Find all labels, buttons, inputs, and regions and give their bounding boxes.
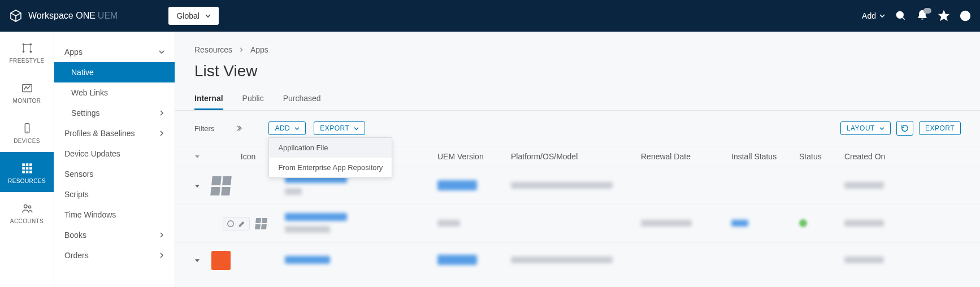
rail-item-accounts[interactable]: ACCOUNTS [0,192,54,232]
submenu-settings[interactable]: Settings [54,103,175,123]
tab-public[interactable]: Public [242,94,264,110]
submenu-label: Apps [64,47,83,56]
expand-row-icon[interactable] [194,258,200,263]
table-row[interactable] [175,243,980,278]
col-version[interactable]: UEM Version [437,152,511,161]
svg-point-2 [897,12,904,19]
breadcrumb-item[interactable]: Apps [250,45,268,54]
submenu-label: Scripts [64,190,89,199]
header-add-menu[interactable]: Add [862,11,885,20]
svg-marker-32 [195,259,200,262]
notifications-button[interactable] [917,10,928,23]
submenu-sensors[interactable]: Sensors [54,164,175,184]
add-option-app-file[interactable]: Application File [269,138,392,158]
app-header: Workspace ONEUEM Global Add [0,0,980,32]
filters-label: Filters [194,124,214,133]
submenu-label: Orders [64,251,89,260]
org-switcher-label: Global [176,11,199,20]
col-platform[interactable]: Platform/OS/Model [511,152,641,161]
chevron-down-icon [879,126,884,131]
add-button-label: ADD [275,124,290,132]
windows-icon [255,218,267,229]
edit-icon[interactable] [238,220,246,228]
tab-internal[interactable]: Internal [194,94,223,110]
expand-icon [237,125,244,132]
add-button[interactable]: ADD [268,121,306,135]
svg-rect-24 [22,171,24,173]
svg-rect-18 [22,164,24,166]
refresh-button[interactable] [896,121,913,136]
breadcrumb: Resources Apps [175,32,980,54]
star-icon[interactable] [938,10,949,21]
col-created[interactable]: Created On [844,152,912,161]
submenu-weblinks[interactable]: Web Links [54,82,175,103]
chevron-right-icon [159,131,164,136]
add-option-enterprise-repo[interactable]: From Enterprise App Repository [269,158,392,177]
radio-icon[interactable] [227,220,235,228]
row-actions [223,217,250,231]
svg-rect-25 [26,171,28,173]
notification-badge [923,8,931,14]
chevron-down-icon [879,13,885,19]
svg-rect-20 [29,164,32,166]
chevron-down-icon [159,49,164,55]
page-title: List View [175,54,980,80]
submenu-apps[interactable]: Apps [54,42,175,62]
rail-item-resources[interactable]: RESOURCES [0,152,54,192]
export-button-label: EXPORT [925,124,955,132]
app-icon [211,251,231,270]
tab-purchased[interactable]: Purchased [283,94,321,110]
expand-row-icon[interactable] [194,183,200,189]
submenu-label: Time Windows [64,210,116,219]
svg-line-3 [903,18,905,20]
svg-marker-5 [939,11,949,20]
status-dot [799,219,807,227]
rail-item-freestyle[interactable]: FREESTYLE [0,32,54,72]
sort-icon[interactable] [194,154,200,159]
submenu-deviceupdates[interactable]: Device Updates [54,144,175,164]
export-button[interactable]: EXPORT [314,121,365,135]
windows-icon [210,176,232,195]
submenu-timewindows[interactable]: Time Windows [54,205,175,225]
filters-toggle[interactable]: Filters [194,124,244,133]
org-switcher[interactable]: Global [168,7,218,25]
svg-rect-23 [29,167,32,169]
layout-button[interactable]: LAYOUT [840,121,891,135]
rail-item-monitor[interactable]: MONITOR [0,72,54,112]
brand-name: Workspace ONEUEM [28,11,118,21]
header-add-label: Add [862,11,876,20]
submenu-scripts[interactable]: Scripts [54,184,175,205]
help-icon[interactable] [960,10,971,21]
chevron-right-icon [159,253,164,258]
toolbar: Filters ADD Application File From Enterp… [175,111,980,146]
submenu-orders[interactable]: Orders [54,245,175,266]
svg-point-31 [228,221,234,227]
rail-item-devices[interactable]: DEVICES [0,112,54,152]
submenu-profiles[interactable]: Profiles & Baselines [54,123,175,144]
svg-point-27 [24,205,27,208]
svg-marker-30 [195,185,200,188]
svg-rect-26 [29,171,32,173]
chevron-down-icon [354,126,359,131]
submenu-books[interactable]: Books [54,225,175,245]
rail-item-label: DEVICES [14,138,40,144]
svg-marker-29 [195,155,200,158]
col-renewal[interactable]: Renewal Date [641,152,731,161]
chevron-right-icon [159,110,164,116]
rail-item-label: MONITOR [13,98,41,104]
tabs: Internal Public Purchased [175,80,980,111]
search-icon[interactable] [895,10,907,21]
submenu-label: Profiles & Baselines [64,129,135,138]
col-install[interactable]: Install Status [731,152,799,161]
breadcrumb-item[interactable]: Resources [194,45,232,54]
submenu-native[interactable]: Native [54,62,175,82]
brand-block: Workspace ONEUEM [9,9,118,23]
rail-item-label: ACCOUNTS [10,218,44,224]
chevron-right-icon [159,232,164,238]
col-status[interactable]: Status [799,152,844,161]
submenu-label: Web Links [71,88,108,97]
table-row[interactable] [175,205,980,243]
primary-nav-rail: FREESTYLE MONITOR DEVICES RESOURCES ACCO… [0,32,54,287]
export-button-right[interactable]: EXPORT [919,121,961,135]
svg-rect-21 [22,167,24,169]
